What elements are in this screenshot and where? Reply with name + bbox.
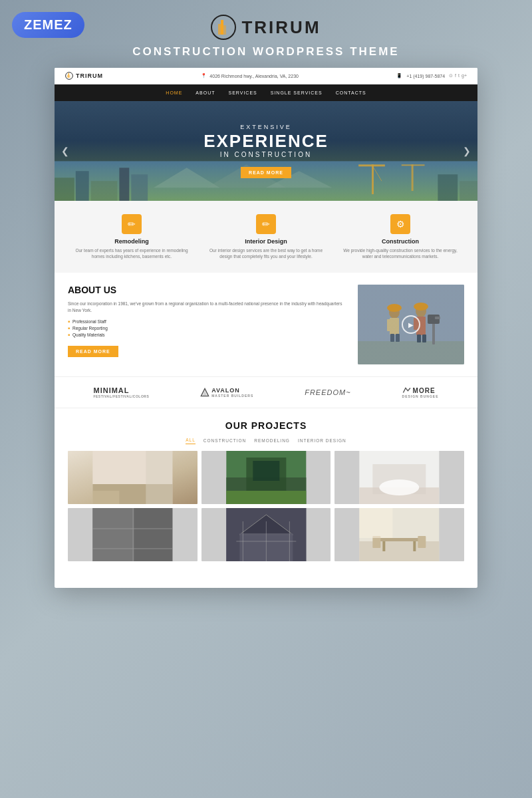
svg-point-58 (380, 479, 420, 495)
project-thumb-1[interactable] (68, 451, 198, 504)
svg-rect-63 (92, 548, 172, 549)
service-icon-construction: ⚙ (390, 214, 410, 234)
about-play-overlay[interactable]: ▶ (358, 285, 464, 364)
partner-minimal: MiNiMAL FESTIVAL/FESTIVAL/COLORS (93, 386, 149, 398)
zemez-badge[interactable]: ZEMEZ (12, 12, 84, 38)
project-thumb-3-img (334, 451, 464, 504)
svg-rect-2 (218, 24, 221, 35)
project-thumb-5-img (201, 508, 331, 561)
svg-rect-10 (76, 171, 89, 201)
site-logo-small: TRIRUM (65, 72, 103, 80)
partner-more: More DESIGN BUNGEE (402, 387, 439, 398)
header-brand-name: TRIRUM (76, 72, 103, 79)
svg-rect-17 (412, 164, 414, 191)
play-button[interactable]: ▶ (402, 315, 420, 334)
instagram-icon: ⊙ (449, 73, 453, 78)
hero-next-arrow[interactable]: ❯ (463, 146, 471, 156)
about-read-more-button[interactable]: READ MORE (68, 346, 118, 357)
hero-pre-text: EXTENSIVE (203, 124, 329, 130)
services-section: ✏ Remodeling Our team of experts has yea… (55, 201, 477, 273)
svg-rect-76 (383, 541, 386, 551)
svg-rect-75 (380, 538, 420, 541)
construction-icon: ⚙ (396, 219, 405, 229)
theme-subtitle: CONSTRUCTION WORDPRESS THEME (0, 45, 532, 59)
project-thumb-4-img (68, 508, 198, 561)
svg-rect-74 (360, 541, 440, 561)
svg-rect-80 (360, 508, 393, 538)
brand-icon (211, 15, 236, 40)
projects-section: OUR PROJECTS ALL CONSTRUCTION REMODELING… (55, 408, 477, 568)
svg-rect-77 (414, 541, 416, 551)
outer-bottom-space (0, 588, 532, 608)
svg-rect-11 (91, 181, 118, 201)
project-thumb-3[interactable] (334, 451, 464, 504)
header-contact: 📱 +1 (419) 987-5874 ⊙ f t g+ (396, 73, 467, 78)
project-thumb-5[interactable] (201, 508, 331, 561)
filter-remodeling[interactable]: REMODELING (254, 436, 290, 444)
about-section: ABOUT US Since our incorporation in 1981… (55, 273, 477, 376)
svg-rect-62 (92, 528, 172, 529)
svg-rect-49 (146, 451, 172, 504)
svg-rect-14 (372, 164, 374, 194)
partner-avalon: AVALON Master Builders (200, 387, 253, 398)
about-list-item-3: Quality Materials (68, 332, 344, 337)
service-icon-interior: ✏ (256, 214, 276, 234)
about-left: ABOUT US Since our incorporation in 1981… (68, 285, 344, 357)
svg-rect-18 (402, 164, 425, 166)
svg-rect-9 (55, 178, 74, 201)
partner-freedom: freedom~ (305, 388, 350, 396)
service-card-construction: ⚙ Construction We provide high-quality c… (336, 214, 464, 259)
svg-rect-53 (253, 461, 279, 481)
nav-single-services[interactable]: SINGLE SERVICES (264, 88, 329, 98)
project-thumb-4[interactable] (68, 508, 198, 561)
project-thumb-6[interactable] (334, 508, 464, 561)
filter-interior-design[interactable]: INTERIOR DESIGN (298, 436, 346, 444)
service-card-interior: ✏ Interior Design Our interior design se… (202, 214, 330, 259)
remodeling-icon: ✏ (128, 219, 136, 229)
project-thumb-2-img (201, 451, 331, 504)
website-card: TRIRUM 📍 4026 Richmond hwy., Alexandria,… (55, 68, 477, 588)
hero-prev-arrow[interactable]: ❮ (61, 146, 69, 156)
interior-icon: ✏ (262, 219, 270, 229)
svg-rect-3 (223, 25, 226, 35)
bottom-space (55, 568, 477, 588)
hero-read-more-button[interactable]: READ MORE (241, 167, 291, 178)
svg-rect-48 (92, 491, 119, 504)
service-card-remodeling: ✏ Remodeling Our team of experts has yea… (68, 214, 196, 259)
more-logo-icon (402, 387, 412, 394)
projects-grid (68, 451, 464, 561)
hero-section: EXTENSIVE EXPERIENCE IN CONSTRUCTION REA… (55, 101, 477, 201)
nav-contacts[interactable]: CONTACTS (329, 88, 373, 98)
nav-services[interactable]: SERVICES (221, 88, 263, 98)
nav-about[interactable]: ABOUT (189, 88, 221, 98)
about-image: ▶ (358, 285, 464, 364)
filter-construction[interactable]: CONSTRUCTION (203, 436, 246, 444)
svg-rect-12 (119, 168, 129, 201)
avalon-icon (200, 388, 209, 397)
projects-filter: ALL CONSTRUCTION REMODELING INTERIOR DES… (68, 436, 464, 444)
svg-rect-7 (69, 75, 70, 78)
svg-rect-54 (226, 491, 306, 504)
svg-rect-6 (67, 74, 68, 77)
projects-title: OUR PROJECTS (68, 420, 464, 431)
service-icon-remodeling: ✏ (122, 214, 142, 234)
filter-all[interactable]: ALL (186, 436, 196, 444)
project-thumb-2[interactable] (201, 451, 331, 504)
project-thumb-6-img (334, 508, 464, 561)
hero-content: EXTENSIVE EXPERIENCE IN CONSTRUCTION REA… (203, 124, 329, 178)
about-list-item-2: Regular Reporting (68, 326, 344, 331)
hero-sub-text: IN CONSTRUCTION (203, 151, 329, 158)
about-list-item-1: Professional Staff (68, 319, 344, 324)
svg-rect-13 (131, 174, 148, 201)
googleplus-icon: g+ (462, 73, 467, 78)
service-desc-interior: Our interior design services are the bes… (207, 247, 325, 259)
project-thumb-1-img (68, 451, 198, 504)
service-desc-remodeling: Our team of experts has years of experie… (73, 247, 190, 259)
svg-rect-19 (438, 174, 458, 201)
header-address: 📍 4026 Richmond hwy., Alexandria, VA, 22… (201, 73, 299, 78)
svg-rect-60 (92, 508, 132, 561)
social-icons: ⊙ f t g+ (449, 73, 467, 78)
nav-home[interactable]: HOME (159, 88, 189, 98)
svg-rect-20 (460, 181, 477, 201)
hero-main-text: EXPERIENCE (203, 132, 329, 151)
